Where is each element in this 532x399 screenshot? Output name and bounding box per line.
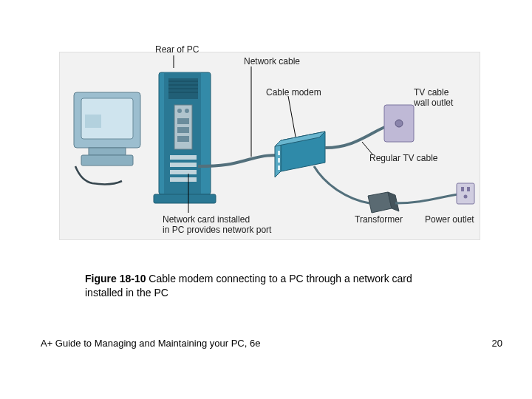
label-tv-cable-wall-outlet-l1: TV cable <box>414 87 449 98</box>
label-rear-of-pc: Rear of PC <box>155 44 199 55</box>
svg-rect-28 <box>457 183 474 204</box>
leader-cable-modem <box>288 96 296 137</box>
svg-rect-18 <box>170 155 197 160</box>
power-cord-modem <box>314 166 369 203</box>
svg-rect-16 <box>177 127 189 133</box>
label-network-card-l2: in PC provides network port <box>163 225 271 235</box>
svg-point-13 <box>177 109 182 113</box>
svg-rect-24 <box>278 158 280 163</box>
label-transformer: Transformer <box>355 214 403 225</box>
footer-book-title: A+ Guide to Managing and Maintaining you… <box>41 338 260 349</box>
svg-rect-20 <box>170 170 197 174</box>
label-power-outlet: Power outlet <box>425 214 474 225</box>
svg-rect-22 <box>154 194 216 203</box>
diagram-illustration <box>59 52 480 240</box>
monitor-icon <box>74 92 140 184</box>
svg-rect-30 <box>467 187 470 191</box>
svg-rect-21 <box>170 177 197 182</box>
label-tv-cable-wall-outlet-l2: wall outlet <box>414 98 453 108</box>
svg-point-14 <box>185 109 189 113</box>
label-cable-modem: Cable modem <box>266 87 321 98</box>
label-network-cable: Network cable <box>244 56 300 66</box>
svg-rect-23 <box>278 151 280 155</box>
wall-outlet-icon <box>384 105 414 142</box>
figure-caption: Figure 18-10 Cable modem connecting to a… <box>85 272 440 300</box>
svg-rect-19 <box>170 163 197 167</box>
svg-rect-25 <box>278 166 280 170</box>
svg-rect-29 <box>461 187 464 191</box>
svg-rect-4 <box>81 155 133 166</box>
power-outlet-icon <box>457 183 474 204</box>
svg-rect-2 <box>85 115 101 128</box>
label-network-card-l1: Network card installed <box>163 214 250 225</box>
svg-point-31 <box>464 195 468 199</box>
transformer-icon <box>368 192 399 213</box>
power-cord-outlet <box>395 194 458 203</box>
tv-cable-line <box>325 126 388 148</box>
label-regular-tv-cable: Regular TV cable <box>369 153 438 163</box>
footer-page-number: 20 <box>492 338 502 349</box>
svg-rect-17 <box>177 136 189 142</box>
svg-rect-3 <box>89 148 126 155</box>
svg-rect-15 <box>177 118 189 124</box>
pc-tower-icon <box>154 72 216 203</box>
figure-number: Figure 18-10 <box>85 273 146 284</box>
svg-point-27 <box>395 120 403 127</box>
